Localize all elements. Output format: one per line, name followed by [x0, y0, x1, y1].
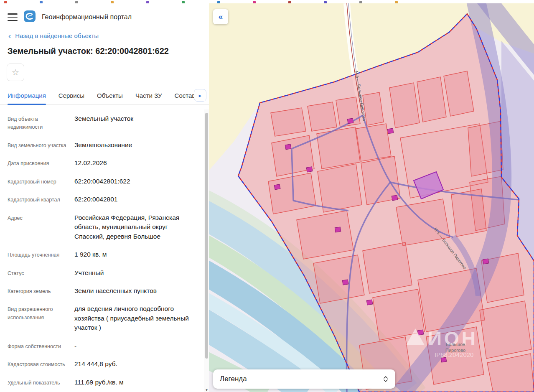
back-link-label: Назад в найденные объекты — [15, 32, 99, 39]
attribute-row: Форма собственности - — [8, 341, 198, 351]
tab-objects[interactable]: Объекты — [97, 92, 123, 104]
attribute-label: Вид объекта недвижимости — [8, 114, 73, 132]
chevrons-left-icon: « — [219, 12, 223, 21]
tabs-scroll-next-button[interactable]: ▸ — [194, 89, 206, 102]
attribute-value: - — [74, 341, 198, 351]
attribute-label: Удельный показатель — [8, 378, 73, 387]
tab-services[interactable]: Сервисы — [58, 92, 84, 104]
attribute-row: Кадастровый номер 62:20:0042801:622 — [8, 177, 198, 186]
portal-logo-icon — [23, 10, 36, 24]
attribute-row: Кадастровый квартал 62:20:0042801 — [8, 195, 198, 204]
attribute-value: Учтенный — [74, 268, 198, 277]
chevron-right-icon: ▸ — [199, 92, 202, 99]
attribute-row: Вид разрешенного использования для веден… — [8, 304, 198, 332]
attribute-label: Категория земель — [8, 286, 73, 295]
attribute-row: Статус Учтенный — [8, 268, 198, 277]
legend-toggle[interactable]: Легенда — [213, 369, 395, 389]
map-svg[interactable]: ИОН IP68.2042020 М-5 — Большое Пирогово … — [209, 3, 534, 392]
attribute-value: 62:20:0042801:622 — [74, 177, 198, 186]
attribute-value: 1 920 кв. м — [74, 250, 198, 259]
attribute-label: Кадастровый номер — [8, 177, 73, 186]
attribute-label: Кадастровая стоимость — [8, 359, 73, 369]
attribute-row: Вид объекта недвижимости Земельный участ… — [8, 114, 198, 132]
attribute-value: Российская Федерация, Рязанская область,… — [74, 213, 198, 241]
attribute-value: 111,69 руб./кв. м — [74, 378, 198, 387]
page-title: Земельный участок: 62:20:0042801:622 — [0, 42, 209, 56]
legend-label: Легенда — [220, 375, 247, 383]
back-link[interactable]: ‹ Назад в найденные объекты — [0, 28, 209, 42]
svg-text:Большое: Большое — [446, 342, 465, 347]
attribute-value: 214 444,8 руб. — [74, 359, 198, 369]
attribute-label: Дата присвоения — [8, 158, 73, 168]
attribute-row: Кадастровая стоимость 214 444,8 руб. — [8, 359, 198, 369]
object-info-panel: Геоинформационный портал ‹ Назад в найде… — [0, 3, 209, 392]
map-canvas[interactable]: ИОН IP68.2042020 М-5 — Большое Пирогово … — [209, 3, 534, 392]
attribute-value: 12.02.2026 — [74, 158, 198, 168]
attribute-label: Вид земельного участка — [8, 140, 73, 150]
attribute-value: Земли населенных пунктов — [74, 286, 198, 295]
scrollbar-thumb[interactable] — [205, 113, 208, 359]
favorite-button[interactable]: ☆ — [7, 64, 24, 81]
tab-parts[interactable]: Части ЗУ — [135, 92, 162, 104]
attribute-list: Вид объекта недвижимости Земельный участ… — [0, 105, 209, 387]
attribute-row: Площадь уточненная 1 920 кв. м — [8, 250, 198, 259]
attribute-label: Статус — [8, 268, 73, 277]
attribute-value: 62:20:0042801 — [74, 195, 198, 204]
tab-information[interactable]: Информация — [8, 92, 46, 104]
attribute-label: Кадастровый квартал — [8, 195, 73, 204]
attribute-label: Площадь уточненная — [8, 250, 73, 259]
star-icon: ☆ — [12, 67, 19, 77]
attribute-value: для ведения личного подсобного хозяйства… — [74, 304, 198, 332]
attribute-label: Форма собственности — [8, 341, 73, 351]
attribute-label: Адрес — [8, 213, 73, 222]
attribute-label: Вид разрешенного использования — [8, 304, 73, 322]
attribute-row: Удельный показатель 111,69 руб./кв. м — [8, 378, 198, 387]
app-title: Геоинформационный портал — [42, 13, 132, 21]
tab-bar: Информация Сервисы Объекты Части ЗУ Сост… — [0, 87, 209, 105]
attribute-row: Категория земель Земли населенных пункто… — [8, 286, 198, 295]
tab-composition[interactable]: Состав — [175, 92, 196, 104]
attribute-row: Дата присвоения 12.02.2026 — [8, 158, 198, 168]
expand-collapse-icon — [383, 375, 389, 383]
menu-icon[interactable] — [8, 13, 18, 21]
attribute-row: Вид земельного участка Землепользование — [8, 140, 198, 150]
scroll-down-icon[interactable]: ▾ — [204, 388, 209, 392]
panel-collapse-button[interactable]: « — [213, 9, 228, 24]
attribute-value: Землепользование — [74, 140, 198, 150]
attribute-row: Адрес Российская Федерация, Рязанская об… — [8, 213, 198, 241]
back-chevron-icon: ‹ — [8, 32, 11, 40]
panel-header: Геоинформационный портал — [0, 3, 209, 28]
attribute-value: Земельный участок — [74, 114, 198, 123]
panel-scrollbar[interactable]: ▾ — [204, 109, 209, 392]
svg-text:Пирогово: Пирогово — [445, 348, 465, 353]
